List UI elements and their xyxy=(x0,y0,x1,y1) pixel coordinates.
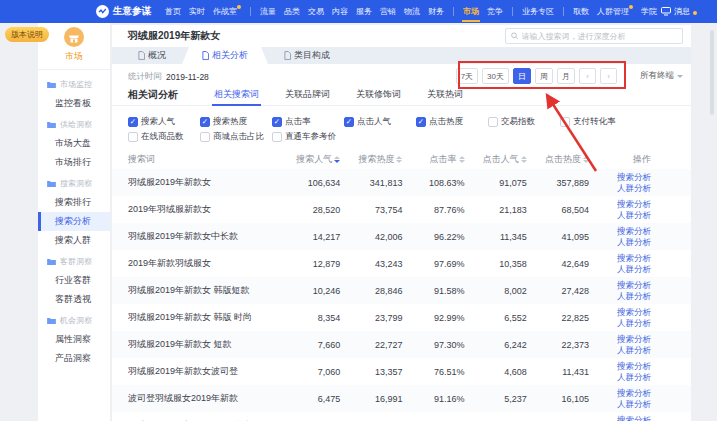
nav-item-3[interactable]: 流量 xyxy=(256,0,280,23)
click_popularity-cell: 10,358 xyxy=(465,259,527,269)
sidebar-item-4-1[interactable]: 产品洞察 xyxy=(38,349,110,368)
crowd-analysis-link[interactable]: 人群分析 xyxy=(589,183,651,194)
nav-item-6[interactable]: 内容 xyxy=(328,0,352,23)
scrollbar[interactable] xyxy=(710,30,714,115)
crowd-analysis-link[interactable]: 人群分析 xyxy=(589,372,651,383)
nav-item-2[interactable]: 作战室 xyxy=(209,0,245,23)
checkbox-icon xyxy=(200,132,210,142)
metric-checkbox-直通车参考价[interactable]: 直通车参考价 xyxy=(272,131,344,143)
metric-checkbox-搜索热度[interactable]: ✓搜索热度 xyxy=(200,116,272,128)
sidebar-item-2-0[interactable]: 搜索排行 xyxy=(38,193,110,212)
table-row: 羽绒服2019年新款女 韩版短款10,24628,84691.58%8,0022… xyxy=(112,277,691,304)
nav-item-0[interactable]: 首页 xyxy=(161,0,185,23)
column-header-5[interactable]: 点击热度 xyxy=(527,153,589,166)
ctr-cell: 87.76% xyxy=(402,205,464,215)
subtab-3[interactable]: 关联热词 xyxy=(425,88,465,105)
click_popularity-cell: 6,552 xyxy=(465,313,527,323)
metric-checkbox-交易指数[interactable]: 交易指数 xyxy=(488,116,560,128)
date-button-1[interactable]: 30天 xyxy=(482,68,509,84)
nav-item-7[interactable]: 服务 xyxy=(352,0,376,23)
nav-item-label: 物流 xyxy=(404,6,420,17)
nav-item-12[interactable]: 竞争 xyxy=(483,0,507,23)
column-header-1[interactable]: 搜索人气 xyxy=(278,153,340,166)
nav-item-label: 首页 xyxy=(165,6,181,17)
search_popularity-cell: 7,660 xyxy=(278,340,340,350)
search-analysis-link[interactable]: 搜索分析 xyxy=(589,172,651,183)
date-button-2[interactable]: 日 xyxy=(513,68,531,84)
tab-label: 类目构成 xyxy=(294,49,330,62)
market-product-icon[interactable] xyxy=(64,27,84,47)
crowd-analysis-link[interactable]: 人群分析 xyxy=(589,318,651,329)
sidebar-item-2-2[interactable]: 搜索人群 xyxy=(38,231,110,250)
metric-checkbox-商城点击占比[interactable]: 商城点击占比 xyxy=(200,131,272,143)
search-analysis-link[interactable]: 搜索分析 xyxy=(589,226,651,237)
crowd-analysis-link[interactable]: 人群分析 xyxy=(589,210,651,221)
sidebar-item-1-0[interactable]: 市场大盘 xyxy=(38,134,110,153)
nav-item-1[interactable]: 实时 xyxy=(185,0,209,23)
ctr-cell: 91.58% xyxy=(402,286,464,296)
date-button-0[interactable]: 7天 xyxy=(456,68,478,84)
keyword-cell: 羽绒服2019年新款女 韩版短款 xyxy=(128,284,278,297)
nav-item-15[interactable]: 人群管理 xyxy=(593,0,637,23)
date-button-3[interactable]: 周 xyxy=(535,68,553,84)
column-header-2[interactable]: 搜索热度 xyxy=(340,153,402,166)
sidebar-item-2-1[interactable]: 搜索分析 xyxy=(38,212,110,231)
crowd-analysis-link[interactable]: 人群分析 xyxy=(589,345,651,356)
nav-item-13[interactable]: 业务专区 xyxy=(518,0,558,23)
crowd-analysis-link[interactable]: 人群分析 xyxy=(589,264,651,275)
tab-overview[interactable]: 概况 xyxy=(122,47,182,64)
sidebar-group-label: 搜索洞察 xyxy=(60,178,92,189)
metric-checkbox-在线商品数[interactable]: 在线商品数 xyxy=(128,131,200,143)
terminal-select[interactable]: 所有终端 xyxy=(640,68,683,84)
nav-item-4[interactable]: 品类 xyxy=(280,0,304,23)
sidebar-item-3-0[interactable]: 行业客群 xyxy=(38,271,110,290)
sidebar-item-3-1[interactable]: 客群透视 xyxy=(38,290,110,309)
crowd-analysis-link[interactable]: 人群分析 xyxy=(589,399,651,410)
nav-item-10[interactable]: 财务 xyxy=(424,0,448,23)
crowd-analysis-link[interactable]: 人群分析 xyxy=(589,237,651,248)
nav-item-8[interactable]: 营销 xyxy=(376,0,400,23)
brand[interactable]: 生意参谋 xyxy=(96,5,151,18)
version-badge[interactable]: 版本说明 xyxy=(5,27,49,42)
search_popularity-cell: 7,060 xyxy=(278,367,340,377)
nav-item-label: 内容 xyxy=(332,6,348,17)
subtab-0[interactable]: 相关搜索词 xyxy=(212,88,261,105)
sidebar-group-label: 供给洞察 xyxy=(60,119,92,130)
metric-checkbox-点击人气[interactable]: ✓点击人气 xyxy=(344,116,416,128)
search-analysis-link[interactable]: 搜索分析 xyxy=(589,280,651,291)
keyword-table: 搜索词搜索人气搜索热度点击率点击人气点击热度操作 羽绒服2019年新款女106,… xyxy=(112,149,691,421)
nav-item-11[interactable]: 市场 xyxy=(459,0,483,23)
search-input[interactable] xyxy=(522,32,678,41)
column-header-3[interactable]: 点击率 xyxy=(402,153,464,166)
nav-item-14[interactable]: 取数 xyxy=(569,0,593,23)
crowd-analysis-link[interactable]: 人群分析 xyxy=(589,291,651,302)
nav-item-16[interactable]: 学院 xyxy=(637,0,661,23)
metric-checkbox-点击热度[interactable]: ✓点击热度 xyxy=(416,116,488,128)
notification-dot xyxy=(237,5,241,9)
search-analysis-link[interactable]: 搜索分析 xyxy=(589,307,651,318)
next-period-button[interactable]: › xyxy=(600,68,617,84)
nav-item-9[interactable]: 物流 xyxy=(400,0,424,23)
tab-related-analysis[interactable]: 相关分析 xyxy=(182,47,268,64)
sidebar-item-1-1[interactable]: 市场排行 xyxy=(38,153,110,172)
search-analysis-link[interactable]: 搜索分析 xyxy=(589,199,651,210)
column-header-4[interactable]: 点击人气 xyxy=(465,153,527,166)
prev-period-button[interactable]: ‹ xyxy=(579,68,596,84)
metric-checkbox-点击率[interactable]: ✓点击率 xyxy=(272,116,344,128)
message-button[interactable]: 消息 xyxy=(661,6,697,17)
search-analysis-link[interactable]: 搜索分析 xyxy=(589,388,651,399)
sidebar-item-4-0[interactable]: 属性洞察 xyxy=(38,330,110,349)
search_heat-cell: 43,243 xyxy=(340,259,402,269)
subtab-2[interactable]: 关联修饰词 xyxy=(354,88,403,105)
metric-checkbox-搜索人气[interactable]: ✓搜索人气 xyxy=(128,116,200,128)
tab-category-composition[interactable]: 类目构成 xyxy=(268,47,346,64)
date-button-4[interactable]: 月 xyxy=(557,68,575,84)
metric-checkbox-支付转化率[interactable]: 支付转化率 xyxy=(560,116,632,128)
search-analysis-link[interactable]: 搜索分析 xyxy=(589,361,651,372)
sidebar-item-0-0[interactable]: 监控看板 xyxy=(38,94,110,113)
search-analysis-link[interactable]: 搜索分析 xyxy=(589,253,651,264)
search-analysis-link[interactable]: 搜索分析 xyxy=(589,334,651,345)
nav-item-5[interactable]: 交易 xyxy=(304,0,328,23)
search-analysis-link[interactable]: 搜索分析 xyxy=(589,415,651,421)
subtab-1[interactable]: 关联品牌词 xyxy=(283,88,332,105)
